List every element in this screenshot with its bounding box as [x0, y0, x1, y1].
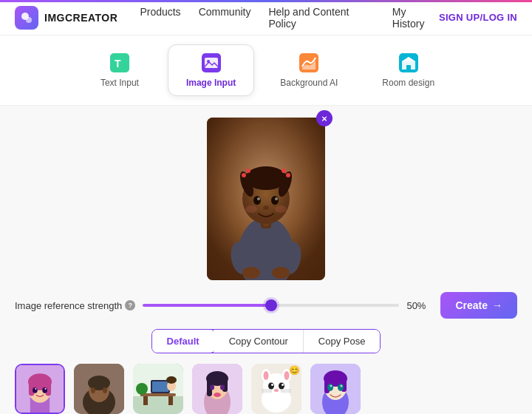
style-tab-default[interactable]: Default [151, 329, 215, 353]
kawaii-thumbnail: 😊 [251, 364, 301, 414]
slider-row: Image reference strength ? 50% Create → [15, 292, 517, 319]
nav-history[interactable]: My History [392, 3, 439, 33]
slider-percent: 50% [406, 300, 433, 311]
tab-image-input[interactable]: Image Input [168, 44, 254, 96]
logo[interactable]: IMGCREATOR [15, 6, 117, 30]
svg-point-79 [268, 383, 274, 390]
signup-button[interactable]: SIGN UP/LOG IN [439, 12, 517, 23]
tab-text-input[interactable]: T Text Input [79, 44, 160, 96]
nav-community[interactable]: Community [199, 3, 251, 33]
svg-point-30 [275, 206, 287, 213]
tab-room-design-label: Room design [382, 78, 434, 88]
main-nav: Products Community Help and Content Poli… [140, 3, 439, 33]
style-tab-copy-contour[interactable]: Copy Contour [214, 330, 304, 353]
svg-point-69 [210, 385, 214, 390]
create-button[interactable]: Create → [440, 292, 517, 319]
svg-point-50 [103, 387, 107, 393]
svg-text:T: T [115, 58, 121, 69]
style-tab-copy-pose[interactable]: Copy Pose [304, 330, 381, 353]
svg-point-81 [271, 384, 273, 386]
svg-point-42 [35, 388, 36, 390]
style-cards: Anime Photo [15, 364, 517, 414]
slider-label: Image reference strength ? [15, 300, 135, 311]
svg-point-96 [330, 385, 332, 387]
svg-point-97 [341, 385, 343, 387]
svg-point-26 [257, 197, 260, 200]
svg-point-23 [282, 169, 286, 173]
text-input-icon: T [109, 52, 130, 73]
info-icon[interactable]: ? [125, 300, 135, 310]
svg-rect-5 [205, 58, 218, 68]
svg-point-94 [327, 384, 333, 391]
svg-point-48 [88, 376, 110, 390]
svg-point-24 [253, 196, 261, 205]
svg-point-41 [42, 387, 47, 393]
svg-point-25 [271, 196, 279, 205]
svg-rect-54 [140, 393, 176, 396]
header: IMGCREATOR Products Community Help and C… [0, 0, 532, 35]
nav-help[interactable]: Help and Content Policy [268, 3, 374, 33]
svg-point-80 [279, 383, 284, 390]
style-card-illustration[interactable]: Illustration& logo [133, 364, 183, 414]
illustration-thumbnail [133, 364, 183, 414]
art-thumbnail [192, 364, 242, 414]
strength-slider[interactable] [143, 304, 399, 307]
style-card-emoji[interactable]: Emoji [310, 364, 361, 414]
svg-point-27 [275, 197, 278, 200]
tab-image-input-label: Image Input [186, 78, 236, 88]
portrait-svg [207, 118, 325, 280]
photo-thumbnail [74, 364, 124, 414]
logo-icon [15, 6, 38, 30]
svg-point-29 [245, 206, 257, 213]
room-design-icon [398, 52, 419, 73]
svg-point-32 [272, 267, 290, 279]
svg-point-60 [136, 383, 148, 395]
svg-point-22 [246, 169, 250, 173]
svg-point-83 [274, 389, 279, 392]
svg-point-82 [282, 384, 284, 386]
nav-products[interactable]: Products [140, 3, 180, 33]
svg-rect-56 [168, 396, 173, 405]
svg-rect-53 [133, 396, 183, 414]
tab-background-ai[interactable]: Background AI [262, 44, 356, 96]
svg-point-76 [264, 371, 269, 380]
svg-point-31 [242, 267, 260, 279]
svg-rect-58 [152, 381, 168, 392]
style-card-art[interactable]: Art [192, 364, 242, 414]
style-tabs: Default Copy Contour Copy Pose [151, 329, 381, 353]
svg-point-70 [220, 385, 225, 390]
style-card-photo[interactable]: Photo [74, 364, 124, 414]
svg-point-71 [214, 393, 221, 397]
svg-point-28 [263, 206, 269, 210]
tab-text-input-label: Text Input [100, 78, 139, 88]
svg-rect-55 [143, 396, 148, 405]
svg-point-20 [242, 173, 246, 177]
image-preview [207, 118, 325, 280]
main-content: × Image reference strength ? 50% Create … [0, 106, 532, 414]
style-card-kawaii[interactable]: 😊 Kawaii pettransform [251, 364, 301, 414]
tab-background-ai-label: Background AI [280, 78, 338, 88]
svg-point-21 [286, 173, 290, 177]
tab-room-design[interactable]: Room design [364, 44, 453, 96]
svg-point-1 [26, 17, 32, 23]
image-preview-wrapper: × [207, 118, 325, 280]
create-arrow-icon: → [492, 299, 502, 311]
close-image-button[interactable]: × [316, 110, 332, 126]
kawaii-badge: 😊 [289, 365, 300, 376]
background-ai-icon [299, 52, 319, 73]
logo-text: IMGCREATOR [44, 12, 117, 24]
svg-point-40 [33, 387, 38, 393]
svg-point-95 [338, 384, 344, 391]
svg-rect-9 [406, 65, 411, 69]
svg-point-43 [44, 388, 46, 390]
svg-point-49 [91, 387, 95, 393]
anime-thumbnail [15, 364, 65, 414]
emoji-thumbnail [310, 364, 361, 414]
style-card-anime[interactable]: Anime [15, 364, 65, 414]
image-input-icon [201, 52, 222, 73]
svg-point-62 [166, 376, 177, 384]
mode-tabs-bar: T Text Input Image Input Background AI [0, 35, 532, 106]
